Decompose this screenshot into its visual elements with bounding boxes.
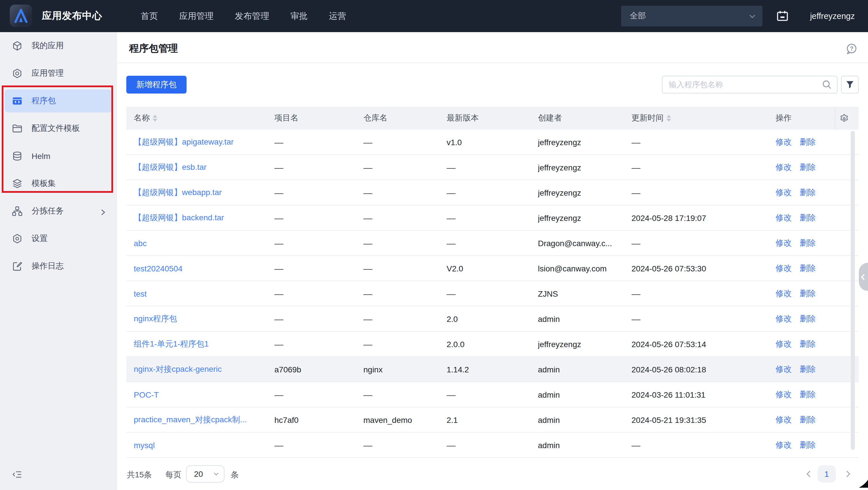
cell: admin (538, 314, 631, 323)
delete-link[interactable]: 删除 (800, 187, 816, 197)
edit-link[interactable]: 修改 (776, 137, 792, 146)
package-name-link[interactable]: 【超级网银】backend.tar (134, 213, 224, 222)
package-name-link[interactable]: test20240504 (134, 264, 183, 273)
delete-link[interactable]: 删除 (800, 213, 816, 222)
package-name-link[interactable]: POC-T (134, 390, 159, 399)
package-name-link[interactable]: abc (134, 238, 147, 248)
package-name-link[interactable]: 组件1-单元1-程序包1 (134, 339, 209, 348)
package-name-link[interactable]: nginx程序包 (134, 314, 177, 323)
delete-link[interactable]: 删除 (800, 137, 816, 146)
top-menu-item-5[interactable]: 运营 (329, 11, 346, 22)
delete-link[interactable]: 删除 (800, 415, 816, 424)
column-header-1[interactable]: 名称 (126, 113, 274, 123)
delete-link[interactable]: 删除 (800, 440, 816, 449)
package-name-link[interactable]: test (134, 289, 147, 298)
chevron-right-icon (99, 208, 106, 215)
column-header-6[interactable]: 更新时间 (631, 113, 776, 123)
cell: lsion@canway.com (538, 264, 631, 273)
package-name-link[interactable]: 【超级网银】esb.tar (134, 162, 207, 171)
edit-link[interactable]: 修改 (776, 263, 792, 272)
sidebar-item-9[interactable]: 操作日志 (5, 255, 113, 278)
prev-page-button[interactable] (805, 469, 813, 479)
journal-icon[interactable] (776, 10, 789, 22)
app-logo[interactable] (10, 5, 32, 27)
page-number[interactable]: 1 (817, 465, 836, 483)
edit-link[interactable]: 修改 (776, 314, 792, 323)
delete-link[interactable]: 删除 (800, 288, 816, 297)
delete-link[interactable]: 删除 (800, 389, 816, 398)
edit-link[interactable]: 修改 (776, 187, 792, 197)
main-content: 程序包管理 ? 新增程序包 (117, 32, 868, 490)
sidebar-item-7[interactable]: 分拣任务 (5, 200, 113, 223)
package-name-link[interactable]: mysql (134, 440, 155, 450)
top-menu-item-1[interactable]: 首页 (141, 11, 158, 22)
delete-link[interactable]: 删除 (800, 364, 816, 373)
edit-link[interactable]: 修改 (776, 162, 792, 171)
table-body: 【超级网银】apigateway.tar––––v1.0jeffreyzengz… (126, 130, 859, 458)
logo-mountain-icon (13, 8, 29, 24)
sidebar-item-1[interactable]: 我的应用 (5, 34, 113, 57)
sidebar-item-4[interactable]: 配置文件模板 (5, 117, 113, 140)
row-actions: 修改删除 (776, 263, 835, 273)
sidebar-item-5[interactable]: Helm (5, 144, 113, 167)
unit-label: 条 (231, 470, 239, 480)
filter-button[interactable] (841, 76, 859, 94)
cell: –– (631, 163, 776, 172)
top-menu-item-2[interactable]: 应用管理 (179, 11, 214, 22)
cell: –– (274, 163, 363, 172)
cell: –– (274, 339, 363, 349)
top-navbar: 应用发布中心 首页应用管理发布管理审批运营 全部 jeffreyzengz (0, 0, 868, 32)
column-settings-cell[interactable] (835, 107, 859, 130)
sidebar-item-2[interactable]: 应用管理 (5, 62, 113, 85)
cell: a7069b (274, 365, 363, 374)
cell: jeffreyzengz (538, 163, 631, 172)
edit-link[interactable]: 修改 (776, 364, 792, 373)
package-name-cell: mysql (126, 440, 274, 450)
sidebar-item-8[interactable]: 设置 (5, 227, 113, 250)
page-size-select[interactable]: 20 (186, 465, 224, 483)
edit-link[interactable]: 修改 (776, 288, 792, 297)
delete-link[interactable]: 删除 (800, 339, 816, 348)
page-header: 程序包管理 ? (117, 32, 868, 63)
username[interactable]: jeffreyzengz (810, 0, 855, 32)
edit-link[interactable]: 修改 (776, 238, 792, 247)
cell: 2024-05-26 08:02:18 (631, 365, 776, 374)
cell: –– (631, 188, 776, 197)
sort-icon[interactable] (666, 115, 671, 122)
drawer-collapse-handle[interactable] (859, 263, 868, 291)
package-name-link[interactable]: 【超级网银】apigateway.tar (134, 137, 234, 146)
edit-link[interactable]: 修改 (776, 213, 792, 222)
cell: –– (274, 314, 363, 323)
top-menu-item-3[interactable]: 发布管理 (235, 11, 269, 22)
sort-icon[interactable] (153, 115, 157, 122)
edit-link[interactable]: 修改 (776, 415, 792, 424)
delete-link[interactable]: 删除 (800, 238, 816, 247)
package-name-link[interactable]: practice_maven_对接cpack制... (134, 415, 247, 424)
edit-link[interactable]: 修改 (776, 339, 792, 348)
edit-link[interactable]: 修改 (776, 389, 792, 398)
sidebar-item-3[interactable]: 程序包 (5, 90, 113, 112)
package-name-link[interactable]: 【超级网银】webapp.tar (134, 187, 222, 197)
delete-link[interactable]: 删除 (800, 263, 816, 272)
search-input[interactable] (669, 76, 815, 93)
top-menu-item-4[interactable]: 审批 (290, 11, 308, 22)
scope-select[interactable]: 全部 (621, 6, 763, 26)
delete-link[interactable]: 删除 (800, 162, 816, 171)
package-name-link[interactable]: nginx-对接cpack-generic (134, 364, 222, 373)
help-icon[interactable]: ? (846, 43, 858, 55)
package-name-cell: practice_maven_对接cpack制... (126, 415, 274, 425)
edit-link[interactable]: 修改 (776, 440, 792, 449)
next-page-button[interactable] (844, 469, 852, 479)
sidebar-item-6[interactable]: 模板集 (5, 172, 113, 195)
sidebar-item-label: 模板集 (32, 178, 56, 189)
delete-link[interactable]: 删除 (800, 314, 816, 323)
cell: admin (538, 365, 631, 374)
add-package-button[interactable]: 新增程序包 (126, 76, 187, 94)
collapse-sidebar-icon[interactable] (12, 469, 22, 480)
sidebar-item-label: 程序包 (32, 96, 56, 106)
cell: admin (538, 440, 631, 450)
search-icon[interactable] (822, 80, 832, 90)
row-actions: 修改删除 (776, 187, 835, 198)
table-scrollbar-thumb[interactable] (851, 131, 855, 450)
chevron-left-icon (859, 273, 867, 281)
